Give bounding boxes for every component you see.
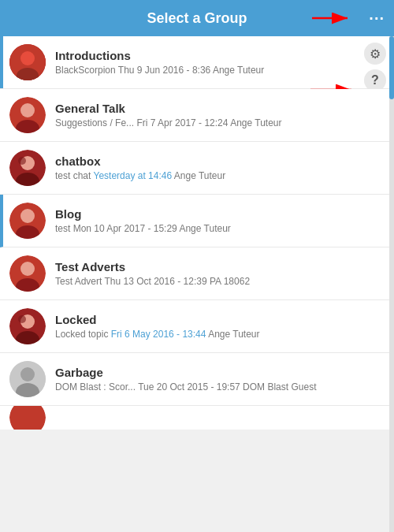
meta-highlight-chatbox: Yesterday at 14:46 [93,170,172,181]
group-meta-chatbox: test chat Yesterday at 14:46 Ange Tuteur [55,170,385,181]
group-item-chatbox[interactable]: chatbox test chat Yesterday at 14:46 Ang… [0,142,394,195]
group-item-general-talk[interactable]: General Talk Suggestions / Fe... Fri 7 A… [0,89,394,142]
group-info-locked: Locked Locked topic Fri 6 May 2016 - 13:… [55,313,385,340]
meta-suffix-chatbox: Ange Tuteur [172,170,225,181]
group-name-general-talk: General Talk [55,102,385,115]
header-title: Select a Group [147,10,247,27]
avatar-chatbox [9,150,46,186]
avatar-garbage [9,361,46,397]
menu-dots-icon: ··· [369,9,385,28]
help-icon[interactable]: ? [364,69,386,91]
avatar-locked [9,308,46,344]
svg-point-26 [20,367,35,381]
meta-prefix-locked: Locked topic [55,329,111,340]
svg-point-2 [9,44,46,80]
avatar-general-talk [9,97,46,133]
svg-point-3 [20,50,35,65]
group-meta-general-talk: Suggestions / Fe... Fri 7 Apr 2017 - 12:… [55,117,385,128]
scrollbar-track [389,36,394,532]
group-meta-garbage: DOM Blast : Scor... Tue 20 Oct 2015 - 19… [55,381,385,392]
group-item-introductions[interactable]: Introductions BlackScorpion Thu 9 Jun 20… [0,36,394,89]
group-name-chatbox: chatbox [55,154,385,168]
group-name-blog: Blog [55,207,385,221]
group-info-chatbox: chatbox test chat Yesterday at 14:46 Ang… [55,154,385,181]
svg-point-5 [21,54,26,58]
group-meta-blog: test Mon 10 Apr 2017 - 15:29 Ange Tuteur [55,223,385,234]
avatar-partial [9,406,46,430]
group-item-garbage[interactable]: Garbage DOM Blast : Scor... Tue 20 Oct 2… [0,353,394,406]
meta-highlight-locked: Fri 6 May 2016 - 13:44 [111,329,206,340]
avatar-test-adverts [9,255,46,292]
svg-point-16 [20,209,35,223]
meta-suffix-locked: Ange Tuteur [206,329,259,340]
svg-point-24 [18,315,26,323]
group-info-test-adverts: Test Adverts Test Advert Thu 13 Oct 2016… [55,260,385,287]
group-meta-introductions: BlackScorpion Thu 9 Jun 2016 - 8:36 Ange… [55,65,331,76]
meta-prefix-chatbox: test chat [55,170,93,181]
group-info-blog: Blog test Mon 10 Apr 2017 - 15:29 Ange T… [55,207,385,234]
svg-point-28 [9,406,46,430]
group-meta-locked: Locked topic Fri 6 May 2016 - 13:44 Ange… [55,329,385,340]
svg-point-4 [16,67,39,80]
group-item-partial[interactable] [0,406,394,430]
group-info-garbage: Garbage DOM Blast : Scor... Tue 20 Oct 2… [55,366,385,392]
avatar-blog [9,203,46,239]
action-icons-introductions: ⚙ ? [364,43,386,91]
group-list: Introductions BlackScorpion Thu 9 Jun 20… [0,36,394,430]
avatar-introductions [9,44,46,80]
svg-point-14 [18,157,26,165]
group-name-test-adverts: Test Adverts [55,260,385,273]
group-name-introductions: Introductions [55,49,331,62]
header-menu-button[interactable]: ··· [369,9,385,28]
scrollbar-thumb[interactable] [389,36,394,99]
active-indicator [0,36,3,88]
group-item-test-adverts[interactable]: Test Adverts Test Advert Thu 13 Oct 2016… [0,247,394,300]
svg-point-9 [20,103,35,117]
group-info-general-talk: General Talk Suggestions / Fe... Fri 7 A… [55,102,385,128]
group-info-introductions: Introductions BlackScorpion Thu 9 Jun 20… [55,49,331,76]
group-name-garbage: Garbage [55,366,385,379]
group-item-blog[interactable]: Blog test Mon 10 Apr 2017 - 15:29 Ange T… [0,195,394,247]
header-arrow [312,6,359,30]
header: Select a Group ··· [0,0,394,36]
gear-icon[interactable]: ⚙ [364,43,386,65]
group-meta-test-adverts: Test Advert Thu 13 Oct 2016 - 12:39 PA 1… [55,276,385,287]
group-name-locked: Locked [55,313,385,326]
svg-point-19 [20,262,35,276]
group-item-locked[interactable]: Locked Locked topic Fri 6 May 2016 - 13:… [0,300,394,353]
